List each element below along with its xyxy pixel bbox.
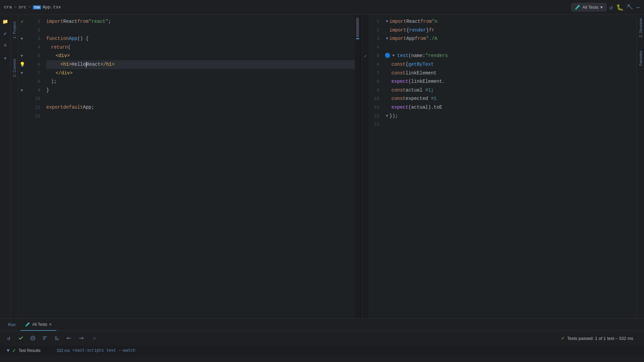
token-function-3: function — [46, 35, 69, 43]
d-ln-10: 10 — [369, 95, 379, 103]
sidebar-icon-favorites[interactable]: ★ — [1, 54, 9, 62]
d-ln-8: 8 — [369, 77, 379, 86]
main-layout: 📁 ✔ ≡ ★ 1: Project 2: Commit ✓ ▼ ▼ — [0, 15, 644, 318]
d-from-3: from — [415, 35, 426, 43]
d-code-line-9: const actual = 1 ; — [385, 86, 637, 95]
diff-gutter-1 — [362, 17, 369, 26]
d-code-line-12: ▼ }); — [385, 112, 637, 121]
code-line-10 — [46, 95, 355, 103]
tsx-file-icon: TSX — [33, 5, 41, 9]
d-brace-6: { — [406, 60, 408, 69]
diff-code-content[interactable]: ▼ import React from "n import { render }… — [382, 15, 637, 318]
tab-close-icon[interactable]: × — [49, 322, 52, 327]
d-str-3: "./A — [426, 35, 437, 43]
sort-desc-btn[interactable] — [52, 334, 62, 343]
fold-arrow-9[interactable]: ▼ — [19, 88, 24, 93]
d-name-5: name: — [411, 52, 425, 60]
d-ln-6: 6 — [369, 60, 379, 69]
token-brace-9: } — [46, 86, 49, 95]
d-ln-9: 9 — [369, 86, 379, 95]
debug-toolbar-icon[interactable]: 🐛 — [616, 4, 624, 11]
ln-8: 8 — [26, 77, 40, 86]
right-label-structure[interactable]: Z: Structure — [639, 18, 643, 37]
scroll-thumb[interactable] — [356, 17, 359, 38]
code-line-3: function App () { — [46, 35, 355, 43]
tab-all-tests[interactable]: 🧪 All Tests × — [20, 319, 56, 331]
ln-5: 5 — [26, 52, 40, 60]
gutter-3: ▼ — [18, 35, 26, 43]
sidebar-icon-commit[interactable]: ✔ — [1, 29, 9, 38]
d-brace-2: { — [406, 26, 409, 35]
ln-3: 3 — [26, 35, 40, 43]
code-content[interactable]: import React from "react" ; function App… — [44, 15, 355, 318]
diff-gutter-3 — [362, 35, 369, 43]
token-app-11: App — [83, 103, 91, 112]
diff-gutter-7 — [362, 69, 369, 78]
ln-11: 11 — [26, 103, 40, 112]
sidebar-label-project[interactable]: 1: Project — [12, 21, 16, 39]
code-line-6: <h1> Hello React </h1> — [46, 60, 355, 69]
sidebar-icon-project[interactable]: 📁 — [1, 17, 9, 25]
fold-arrow-5[interactable]: ▼ — [19, 54, 24, 58]
d-ln-12: 12 — [369, 112, 379, 121]
sort-desc-icon — [54, 336, 60, 341]
align-btn[interactable] — [64, 334, 74, 343]
tab-run-icon: 🧪 — [25, 322, 30, 327]
gutter-5: ▼ — [18, 52, 26, 60]
d-const-6: const — [391, 60, 406, 69]
code-line-4: return ( — [46, 43, 355, 52]
d-ln-13: 13 — [369, 120, 379, 129]
breadcrumb-src[interactable]: src — [18, 5, 26, 10]
toolbar-icons: ↺ 🐛 ⛏ ⋯ — [609, 4, 640, 11]
coverage-toolbar-icon[interactable]: ⛏ — [627, 4, 633, 11]
diff-panel: ✓ 1 2 3 4 5 6 7 8 9 — [362, 15, 637, 318]
status-command: react-scripts test --watch — [72, 348, 135, 353]
ln-7: 7 — [26, 69, 40, 78]
breadcrumb-sep2: > — [29, 5, 31, 10]
pass-icon-line1: ✓ — [20, 18, 23, 25]
status-toggle[interactable]: ▼ — [7, 348, 9, 353]
fold-arrow-7[interactable]: ▼ — [19, 71, 24, 75]
d-code-line-13 — [385, 120, 637, 129]
tests-passed-area: ✓ Tests passed: 1 of 1 test – 332 ms — [561, 335, 640, 341]
skip-filter-btn[interactable] — [28, 334, 38, 343]
d-ln-1: 1 — [369, 17, 379, 26]
sort-asc-btn[interactable] — [40, 334, 50, 343]
bulb-icon-6[interactable]: 💡 — [19, 62, 25, 67]
sort-asc-icon — [42, 336, 48, 341]
token-react-6: React — [87, 60, 101, 69]
d-import-2: import — [389, 26, 406, 35]
check-filter-icon — [18, 336, 23, 341]
rerun-toolbar-icon[interactable]: ↺ — [609, 4, 613, 11]
status-check-icon: ✓ — [12, 348, 16, 354]
align2-btn[interactable] — [76, 334, 86, 343]
run-config-button[interactable]: 🧪 All Tests ▾ — [571, 3, 606, 11]
sidebar-label-commit[interactable]: 2: Commit — [12, 59, 16, 77]
rerun-btn[interactable]: ↺ — [4, 334, 13, 343]
d-expect-8: expect — [391, 77, 408, 86]
d-getbytext-6: getByText — [408, 60, 434, 69]
breadcrumb-file[interactable]: TSX App.tsx — [33, 5, 61, 10]
fold-arrow-3[interactable]: ▼ — [19, 37, 24, 41]
check-filter-btn[interactable] — [16, 334, 25, 343]
d-paren-5: ( — [409, 52, 411, 60]
d-green-icon-5: 🔵 — [385, 52, 390, 60]
diff-gutter-6 — [362, 60, 369, 69]
d-code-line-11: expect (actual).toE — [385, 103, 637, 112]
token-divopen-5: <div> — [56, 52, 70, 60]
d-expected-10: expected = — [406, 95, 434, 103]
right-label-favorites[interactable]: Favorites — [639, 51, 643, 66]
token-paren-3: () { — [77, 35, 89, 43]
code-line-8: ); — [46, 77, 355, 86]
d-ln-11: 11 — [369, 103, 379, 112]
breadcrumb-project[interactable]: cra — [4, 5, 12, 10]
diff-pass-icon-5: ✓ — [364, 54, 366, 59]
sidebar-icon-structure[interactable]: ≡ — [1, 42, 9, 50]
gutter-7: ▼ — [18, 69, 26, 78]
d-semi-9: ; — [431, 86, 434, 95]
scroll-line-marker — [356, 38, 359, 39]
scrollbar[interactable] — [355, 15, 360, 318]
more-toolbar-icon[interactable]: ⋯ — [636, 4, 640, 11]
gutter-12 — [18, 112, 26, 121]
d-code-line-1: ▼ import React from "n — [385, 17, 637, 26]
